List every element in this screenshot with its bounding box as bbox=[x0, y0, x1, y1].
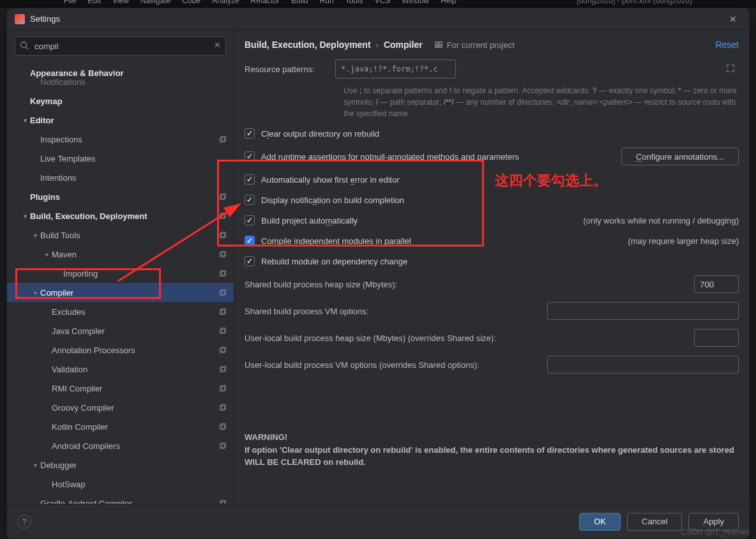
user-vm-row: User-local build process VM options (ove… bbox=[245, 356, 739, 374]
vm-options-row: Shared build process VM options: bbox=[245, 302, 739, 320]
project-badge: For current project bbox=[434, 40, 515, 50]
sidebar-item-keymap[interactable]: Keymap bbox=[7, 91, 234, 110]
vm-options-input[interactable] bbox=[547, 302, 739, 320]
help-icon[interactable]: ? bbox=[17, 515, 31, 529]
sidebar-item-rmi-compiler[interactable]: RMI Compiler bbox=[7, 379, 234, 398]
copy-icon bbox=[216, 192, 227, 201]
copy-icon bbox=[216, 441, 227, 450]
settings-sidebar: ✕ Appearance & BehaviorNotificationsKeym… bbox=[7, 30, 234, 504]
sidebar-item-build-tools[interactable]: ▾Build Tools bbox=[7, 225, 234, 245]
ok-button[interactable]: OK bbox=[579, 513, 621, 531]
configure-annotations-button[interactable]: CConfigure annotations...onfigure annota… bbox=[621, 148, 739, 165]
cb-show-first-error[interactable]: Automatically show first error in editor bbox=[245, 173, 739, 186]
sidebar-item-inspections[interactable]: Inspections bbox=[7, 130, 234, 149]
checkbox-icon[interactable] bbox=[245, 174, 255, 185]
main-menubar: FileEditViewNavigateCodeAnalyzeRefactorB… bbox=[0, 0, 756, 8]
user-heap-input[interactable] bbox=[694, 329, 739, 347]
sidebar-item-importing[interactable]: Importing bbox=[7, 264, 234, 283]
copy-icon bbox=[216, 403, 227, 412]
close-icon[interactable]: ✕ bbox=[725, 11, 741, 27]
sidebar-item-plugins[interactable]: Plugins bbox=[7, 187, 234, 206]
checkbox-icon[interactable] bbox=[245, 256, 255, 266]
chevron-icon: ▾ bbox=[42, 251, 52, 258]
resource-patterns-input[interactable] bbox=[335, 59, 456, 79]
svg-rect-36 bbox=[435, 46, 437, 48]
watermark: CSDN @IT_Holmes bbox=[681, 528, 750, 536]
sidebar-item-editor[interactable]: ▾Editor bbox=[7, 110, 234, 130]
dialog-titlebar: Settings ✕ bbox=[7, 8, 749, 30]
sidebar-item-gradle-android-compiler[interactable]: Gradle-Android Compiler bbox=[7, 494, 234, 504]
svg-rect-11 bbox=[221, 252, 225, 256]
clear-search-icon[interactable]: ✕ bbox=[214, 40, 221, 50]
sidebar-item-build-execution-deployment[interactable]: ▾Build, Execution, Deployment bbox=[7, 206, 234, 225]
svg-rect-9 bbox=[221, 232, 225, 237]
sidebar-item-validation[interactable]: Validation bbox=[7, 360, 234, 379]
svg-rect-16 bbox=[220, 310, 225, 314]
svg-rect-6 bbox=[220, 214, 225, 218]
copy-icon bbox=[216, 250, 227, 259]
search-icon bbox=[20, 41, 29, 50]
sidebar-item-excludes[interactable]: Excludes bbox=[7, 302, 234, 321]
svg-rect-18 bbox=[220, 329, 225, 333]
user-heap-row: User-local build process heap size (Mbyt… bbox=[245, 329, 739, 347]
sidebar-item-groovy-compiler[interactable]: Groovy Compiler bbox=[7, 398, 234, 417]
warning-text: WARNING! If option 'Clear output directo… bbox=[245, 431, 739, 469]
svg-rect-22 bbox=[220, 367, 225, 372]
sidebar-item-live-templates[interactable]: Live Templates bbox=[7, 149, 234, 168]
cb-runtime-assertions[interactable]: Add runtime assertions for notnull-annot… bbox=[245, 148, 739, 165]
sidebar-item-hotswap[interactable]: HotSwap bbox=[7, 474, 234, 494]
svg-rect-23 bbox=[221, 367, 225, 371]
svg-rect-34 bbox=[435, 42, 437, 45]
copy-icon bbox=[216, 269, 227, 278]
svg-rect-35 bbox=[439, 42, 442, 45]
reset-link[interactable]: Reset bbox=[715, 40, 739, 50]
chevron-right-icon: › bbox=[376, 40, 379, 50]
sidebar-item-annotation-processors[interactable]: Annotation Processors bbox=[7, 340, 234, 360]
svg-rect-12 bbox=[220, 271, 225, 276]
dialog-footer: ? OK Cancel Apply bbox=[7, 504, 749, 538]
chevron-icon: ▾ bbox=[20, 117, 30, 124]
checkbox-icon[interactable] bbox=[245, 236, 255, 246]
sidebar-item-debugger[interactable]: ▾Debugger bbox=[7, 455, 234, 474]
cb-build-auto[interactable]: Build project automatically (only works … bbox=[245, 214, 739, 227]
sidebar-item-java-compiler[interactable]: Java Compiler bbox=[7, 321, 234, 340]
copy-icon bbox=[216, 326, 227, 335]
sidebar-item-android-compilers[interactable]: Android Compilers bbox=[7, 436, 234, 455]
svg-rect-10 bbox=[220, 252, 225, 257]
svg-rect-24 bbox=[220, 386, 225, 391]
copy-icon bbox=[216, 288, 227, 297]
checkbox-icon[interactable] bbox=[245, 128, 255, 139]
checkbox-icon[interactable] bbox=[245, 215, 255, 225]
svg-rect-7 bbox=[221, 213, 225, 218]
checkbox-icon[interactable] bbox=[245, 195, 255, 205]
cb-rebuild-dep[interactable]: Rebuild module on dependency change bbox=[245, 255, 739, 268]
chevron-icon: ▾ bbox=[30, 462, 40, 469]
cb-compile-parallel[interactable]: Compile independent modules in parallel … bbox=[245, 234, 739, 247]
svg-rect-26 bbox=[220, 406, 225, 410]
cb-display-notification[interactable]: Display notification on build completion bbox=[245, 194, 739, 206]
copy-icon bbox=[216, 307, 227, 316]
sidebar-item-intentions[interactable]: Intentions bbox=[7, 168, 234, 187]
cancel-button[interactable]: Cancel bbox=[627, 513, 682, 531]
copy-icon bbox=[216, 422, 227, 431]
copy-icon bbox=[216, 231, 227, 239]
sidebar-item-kotlin-compiler[interactable]: Kotlin Compiler bbox=[7, 417, 234, 436]
breadcrumb: Build, Execution, Deployment › Compiler … bbox=[234, 30, 749, 59]
svg-rect-20 bbox=[220, 348, 225, 353]
svg-rect-25 bbox=[221, 386, 225, 390]
svg-rect-37 bbox=[439, 46, 442, 48]
expand-icon[interactable] bbox=[726, 64, 735, 73]
sidebar-item-compiler[interactable]: ▾Compiler bbox=[7, 283, 234, 302]
user-vm-input[interactable] bbox=[547, 356, 739, 374]
svg-rect-14 bbox=[220, 291, 225, 295]
settings-tree[interactable]: Appearance & BehaviorNotificationsKeymap… bbox=[7, 59, 234, 504]
heap-size-input[interactable] bbox=[694, 275, 739, 293]
copy-icon bbox=[216, 365, 227, 374]
ide-logo-icon bbox=[15, 14, 25, 24]
cb-clear-output[interactable]: Clear output directory on rebuild bbox=[245, 127, 739, 140]
checkbox-icon[interactable] bbox=[245, 151, 255, 162]
sidebar-item-maven[interactable]: ▾Maven bbox=[7, 245, 234, 264]
svg-rect-17 bbox=[221, 309, 225, 314]
svg-rect-8 bbox=[220, 233, 225, 238]
search-input[interactable] bbox=[15, 36, 226, 56]
